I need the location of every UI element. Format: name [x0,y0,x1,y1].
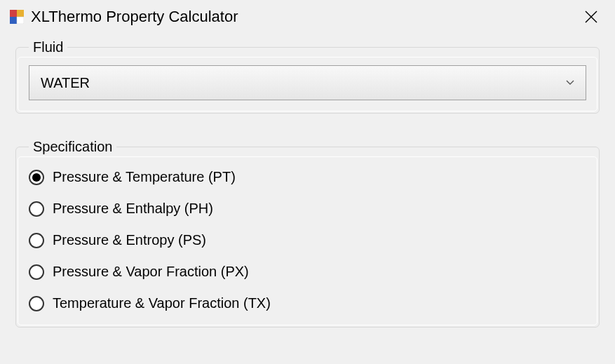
chevron-down-icon [566,78,574,88]
specification-legend: Specification [29,139,116,155]
spec-option-tx[interactable]: Temperature & Vapor Fraction (TX) [29,295,586,311]
window-title: XLThermo Property Calculator [31,8,577,26]
radio-label: Pressure & Enthalpy (PH) [53,201,213,217]
radio-label: Temperature & Vapor Fraction (TX) [53,295,271,311]
radio-label: Pressure & Temperature (PT) [53,169,236,185]
spec-option-ph[interactable]: Pressure & Enthalpy (PH) [29,201,586,217]
svg-rect-2 [10,17,17,24]
spec-option-px[interactable]: Pressure & Vapor Fraction (PX) [29,264,586,280]
radio-icon [29,296,44,311]
fluid-dropdown[interactable]: WATER [29,65,586,100]
fluid-selected-value: WATER [41,75,566,91]
radio-label: Pressure & Vapor Fraction (PX) [53,264,249,280]
radio-icon [29,264,44,280]
app-icon [10,10,24,24]
spec-option-ps[interactable]: Pressure & Entropy (PS) [29,232,586,248]
spec-option-pt[interactable]: Pressure & Temperature (PT) [29,169,586,185]
radio-icon [29,233,44,248]
radio-icon [29,170,44,185]
svg-rect-1 [17,10,24,17]
close-button[interactable] [577,3,605,31]
radio-label: Pressure & Entropy (PS) [53,232,206,248]
content-area: Fluid WATER Specification Pressure & Tem… [0,32,615,364]
svg-rect-0 [10,10,17,17]
titlebar: XLThermo Property Calculator [0,0,615,32]
specification-fieldset: Specification Pressure & Temperature (PT… [15,139,600,328]
specification-radio-group: Pressure & Temperature (PT) Pressure & E… [29,165,586,311]
fluid-legend: Fluid [29,39,67,55]
svg-rect-3 [17,17,24,24]
radio-icon [29,201,44,217]
fluid-fieldset: Fluid WATER [15,39,600,114]
app-window: XLThermo Property Calculator Fluid WATER [0,0,615,364]
close-icon [585,11,597,23]
